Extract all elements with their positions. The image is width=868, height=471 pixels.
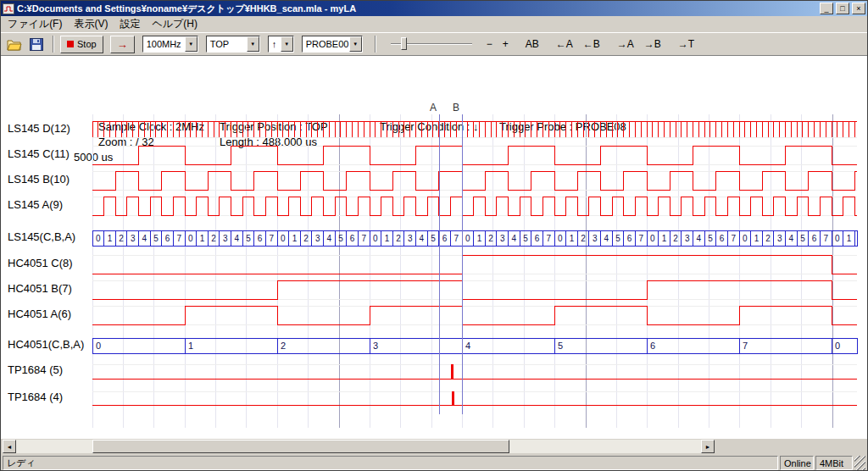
goto-a-left-button[interactable]: ←A bbox=[552, 36, 577, 52]
toolbar-separator bbox=[375, 36, 376, 53]
menu-help[interactable]: ヘルプ(H) bbox=[146, 15, 203, 33]
close-button[interactable]: × bbox=[852, 3, 865, 14]
waveform-area: Sample Clock : 2MHz Trigger Position : T… bbox=[1, 56, 867, 439]
horizontal-scrollbar[interactable]: ◄ ► bbox=[3, 440, 715, 453]
length-info: Length : 488.000 us bbox=[220, 136, 317, 148]
goto-b-left-button[interactable]: ←B bbox=[579, 36, 604, 52]
chevron-down-icon[interactable]: ▼ bbox=[185, 36, 198, 52]
save-button[interactable] bbox=[26, 35, 47, 53]
chevron-down-icon[interactable]: ▼ bbox=[349, 36, 362, 52]
chevron-down-icon[interactable]: ▼ bbox=[281, 36, 293, 52]
titlebar: C:¥Documents and Settings¥noname¥デスクトップ¥… bbox=[1, 1, 867, 16]
scrollbar-thumb[interactable] bbox=[92, 440, 509, 453]
stop-icon bbox=[67, 41, 74, 47]
window-title: C:¥Documents and Settings¥noname¥デスクトップ¥… bbox=[17, 3, 817, 15]
zoom-in-button[interactable]: + bbox=[498, 36, 513, 52]
trigger-position-info: Trigger Position : TOP bbox=[220, 120, 328, 133]
slider-thumb[interactable] bbox=[401, 37, 407, 50]
trigger-edge-select[interactable]: ↑ ▼ bbox=[268, 36, 294, 53]
scroll-right-button[interactable]: ► bbox=[701, 440, 715, 453]
zoom-info: Zoom : / 32 bbox=[98, 136, 154, 148]
open-button[interactable] bbox=[4, 35, 25, 53]
menu-file[interactable]: ファイル(F) bbox=[2, 15, 68, 33]
open-folder-icon bbox=[7, 38, 22, 51]
status-online: Online bbox=[780, 456, 814, 470]
stop-label: Stop bbox=[77, 39, 97, 49]
zoom-out-button[interactable]: − bbox=[482, 36, 497, 52]
scroll-area: ◄ ► bbox=[1, 439, 867, 454]
toolbar: Stop → 100MHz ▼ TOP ▼ ↑ ▼ PROBE00 ▼ − + … bbox=[1, 32, 867, 56]
zoom-slider[interactable] bbox=[391, 36, 472, 53]
stop-button[interactable]: Stop bbox=[60, 36, 103, 53]
goto-a-right-button[interactable]: →A bbox=[613, 36, 638, 52]
menu-settings[interactable]: 設定 bbox=[114, 15, 146, 33]
menu-view[interactable]: 表示(V) bbox=[68, 15, 114, 33]
trigger-condition-info: Trigger Condition : ↓ bbox=[380, 120, 479, 133]
sample-clock-value: 100MHz bbox=[143, 39, 185, 49]
maximize-button[interactable]: □ bbox=[836, 3, 849, 14]
status-ready: レディ bbox=[3, 456, 778, 470]
minimize-button[interactable]: _ bbox=[820, 3, 833, 14]
chevron-down-icon[interactable]: ▼ bbox=[247, 36, 259, 52]
status-memory: 4MBit bbox=[815, 456, 853, 470]
goto-trigger-button[interactable]: →T bbox=[674, 36, 698, 52]
statusbar: レディ Online 4MBit bbox=[1, 454, 867, 471]
scrollbar-track[interactable] bbox=[16, 440, 701, 453]
sample-clock-info: Sample Clock : 2MHz bbox=[98, 120, 204, 133]
trigger-edge-value: ↑ bbox=[269, 39, 281, 49]
trigger-probe-info: Trigger Probe : PROBE08 bbox=[499, 120, 626, 133]
app-icon bbox=[3, 3, 14, 14]
run-button[interactable]: → bbox=[110, 36, 135, 53]
resize-grip[interactable] bbox=[854, 456, 865, 470]
time-scale-label: 5000 us bbox=[74, 151, 113, 163]
ab-button[interactable]: AB bbox=[521, 36, 543, 52]
menubar: ファイル(F) 表示(V) 設定 ヘルプ(H) bbox=[1, 16, 867, 32]
run-arrow-icon: → bbox=[117, 38, 128, 51]
goto-b-right-button[interactable]: →B bbox=[640, 36, 665, 52]
trigger-position-value: TOP bbox=[207, 39, 247, 49]
sample-clock-select[interactable]: 100MHz ▼ bbox=[142, 36, 198, 53]
floppy-disk-icon bbox=[30, 38, 43, 51]
probe-select[interactable]: PROBE00 ▼ bbox=[302, 36, 363, 53]
toolbar-separator bbox=[53, 36, 54, 53]
probe-value: PROBE00 bbox=[303, 39, 349, 49]
trigger-position-select[interactable]: TOP ▼ bbox=[206, 36, 260, 53]
scroll-left-button[interactable]: ◄ bbox=[3, 440, 16, 453]
app-window: C:¥Documents and Settings¥noname¥デスクトップ¥… bbox=[0, 0, 868, 471]
